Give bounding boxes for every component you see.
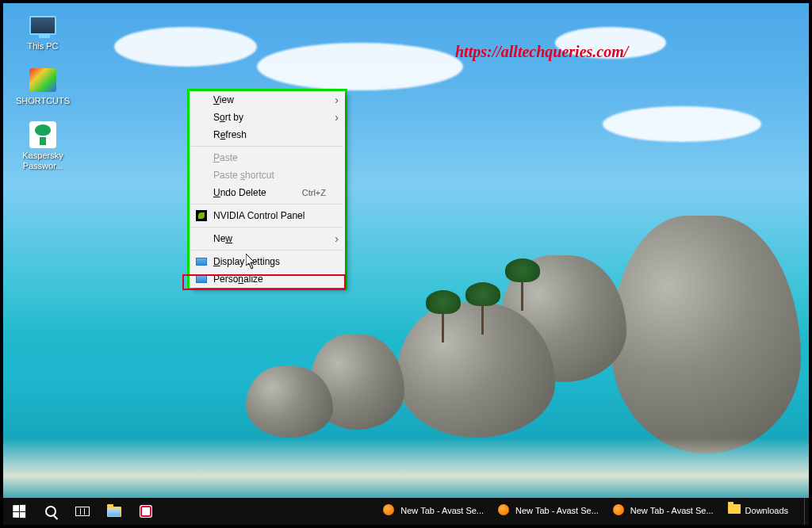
nvidia-icon [195, 209, 208, 222]
menu-item-view[interactable]: View [190, 91, 345, 109]
menu-item-label: NVIDIA Control Panel [213, 210, 304, 221]
menu-item-shortcut: Ctrl+Z [302, 188, 326, 197]
app-icon [140, 505, 152, 518]
this-pc-icon [27, 11, 59, 40]
context-menu-wrapper: ViewSort byRefreshPastePaste shortcutUnd… [187, 89, 347, 290]
desktop-icon-label: Kaspersky Passwor... [13, 151, 73, 171]
menu-item-refresh[interactable]: Refresh [190, 126, 345, 143]
menu-item-label: New [213, 233, 232, 244]
start-button[interactable] [3, 498, 35, 525]
taskbar-task-downloads[interactable]: Downloads [723, 498, 796, 525]
menu-item-label: Refresh [213, 129, 247, 140]
desktop-icons: This PC SHORTCUTS Kaspersky Passwor... [13, 11, 76, 186]
taskbar-left [3, 498, 162, 525]
menu-item-undo-delete[interactable]: Undo DeleteCtrl+Z [190, 184, 345, 201]
desktop-icon-kaspersky[interactable]: Kaspersky Passwor... [13, 121, 73, 171]
folder-icon [728, 504, 741, 517]
task-view-icon [75, 507, 90, 516]
taskbar-task-label: New Tab - Avast Se... [630, 506, 714, 515]
taskbar-task-label: New Tab - Avast Se... [400, 506, 484, 515]
avast-icon [383, 504, 396, 517]
menu-item-paste: Paste [190, 149, 345, 166]
menu-separator [191, 204, 343, 205]
menu-separator [191, 146, 343, 147]
avast-icon [613, 504, 626, 517]
menu-item-nvidia[interactable]: NVIDIA Control Panel [190, 207, 345, 224]
file-explorer-button[interactable] [98, 498, 130, 525]
search-button[interactable] [35, 498, 67, 525]
show-desktop-button[interactable] [804, 498, 809, 525]
wallpaper-beach [3, 438, 809, 501]
desktop[interactable]: https://alltechqueries.com/ This PC SHOR… [0, 0, 812, 528]
menu-item-personalize[interactable]: Personalize [190, 270, 345, 288]
kaspersky-icon [27, 121, 59, 149]
task-view-button[interactable] [67, 498, 98, 525]
taskbar-task-avast1[interactable]: New Tab - Avast Se... [378, 498, 492, 525]
taskbar: New Tab - Avast Se...New Tab - Avast Se.… [3, 498, 809, 525]
avast-icon [498, 504, 511, 517]
taskbar-task-avast3[interactable]: New Tab - Avast Se... [608, 498, 722, 525]
pinned-app-button[interactable] [130, 498, 162, 525]
search-icon [45, 506, 56, 517]
menu-separator [191, 250, 343, 251]
file-explorer-icon [107, 507, 121, 517]
menu-item-paste-shortcut: Paste shortcut [190, 166, 345, 184]
desktop-icon-shortcuts[interactable]: SHORTCUTS [13, 66, 73, 106]
menu-item-label: Paste [213, 152, 238, 163]
windows-logo-icon [13, 505, 25, 518]
settings-icon [195, 255, 208, 268]
annotation-green-box: ViewSort byRefreshPastePaste shortcutUnd… [187, 89, 347, 290]
menu-item-label: Sort by [213, 112, 243, 123]
menu-item-label: Personalize [213, 274, 263, 285]
menu-item-new[interactable]: New [190, 230, 345, 247]
cursor-icon [246, 254, 259, 273]
desktop-icon-label: SHORTCUTS [13, 96, 73, 106]
desktop-icon-this-pc[interactable]: This PC [13, 11, 73, 52]
taskbar-tasks: New Tab - Avast Se...New Tab - Avast Se.… [378, 498, 799, 525]
desktop-icon-label: This PC [13, 41, 73, 52]
menu-separator [191, 227, 343, 228]
desktop-context-menu[interactable]: ViewSort byRefreshPastePaste shortcutUnd… [190, 91, 345, 288]
menu-item-label: Undo Delete [213, 187, 266, 198]
menu-item-label: View [213, 94, 234, 105]
menu-item-sort-by[interactable]: Sort by [190, 109, 345, 126]
taskbar-task-label: New Tab - Avast Se... [515, 506, 599, 515]
menu-item-label: Paste shortcut [213, 170, 274, 181]
taskbar-task-avast2[interactable]: New Tab - Avast Se... [493, 498, 607, 525]
watermark-url: https://alltechqueries.com/ [455, 43, 628, 61]
shortcuts-icon [27, 66, 59, 94]
settings-icon [195, 273, 208, 285]
taskbar-task-label: Downloads [745, 506, 788, 515]
menu-item-display-settings[interactable]: Display settings [190, 253, 345, 270]
